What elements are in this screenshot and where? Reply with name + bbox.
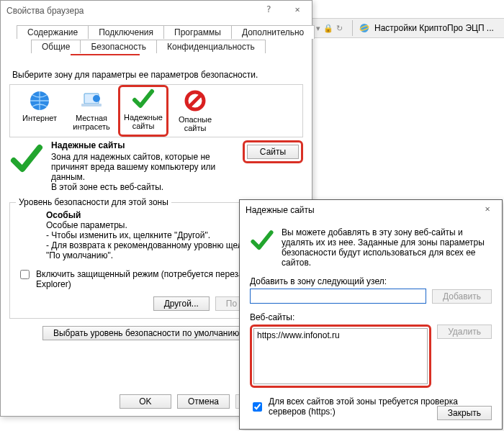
globe-icon: [28, 89, 51, 112]
dropdown-icon: ▾: [316, 24, 320, 33]
websites-label: Веб-сайты:: [250, 312, 492, 322]
custom-level-button[interactable]: Другой...: [153, 296, 210, 311]
zone-restricted[interactable]: Опасные сайты: [170, 88, 220, 134]
computer-icon: [80, 89, 103, 112]
svg-rect-4: [81, 104, 102, 106]
dialog2-title: Надежные сайты: [246, 205, 315, 215]
tab-security[interactable]: Безопасность: [80, 40, 157, 53]
check-icon: [132, 87, 155, 110]
ie-browser-tab[interactable]: Настройки КриптоПро ЭЦП ...: [353, 18, 500, 38]
svg-line-7: [189, 95, 201, 106]
zone-trusted[interactable]: Надежные сайты: [118, 85, 168, 137]
tab-privacy[interactable]: Конфиденциальность: [156, 40, 266, 53]
ie-toolbar: ▾ 🔒 ↻ Настройки КриптоПро ЭЦП ...: [306, 18, 504, 38]
close-button[interactable]: ✕: [473, 200, 502, 217]
add-site-label: Добавить в зону следующий узел:: [250, 276, 492, 286]
zone-intranet[interactable]: Местная интрасеть: [66, 88, 117, 134]
tabstrip: Содержание Подключения Программы Дополни…: [9, 25, 303, 55]
tab-programs[interactable]: Программы: [163, 25, 232, 39]
protected-mode-checkbox[interactable]: [20, 270, 30, 279]
add-button[interactable]: Добавить: [432, 289, 492, 304]
zone-internet[interactable]: Интернет: [14, 88, 65, 134]
check-icon: [250, 227, 274, 252]
active-tab-underline: [71, 54, 140, 55]
lock-icon: 🔒: [323, 24, 333, 33]
delete-button[interactable]: Удалить: [437, 325, 492, 339]
require-https-checkbox[interactable]: [253, 402, 262, 412]
trusted-zone-description: Надежные сайты Зона для надежных сайтов,…: [51, 140, 235, 192]
close-dialog-button[interactable]: Закрыть: [437, 406, 492, 420]
ok-button[interactable]: OK: [120, 394, 171, 409]
svg-point-5: [93, 95, 100, 102]
zone-list: Интернет Местная интрасеть Надежные сайт…: [9, 84, 303, 137]
nosign-icon: [184, 89, 207, 112]
sites-button[interactable]: Сайты: [247, 145, 299, 159]
cancel-button[interactable]: Отмена: [177, 394, 230, 409]
security-level-legend: Уровень безопасности для этой зоны: [16, 197, 171, 207]
dialog2-titlebar[interactable]: Надежные сайты ✕: [240, 200, 502, 220]
add-site-input[interactable]: [250, 289, 426, 304]
refresh-icon: ↻: [336, 24, 343, 33]
trusted-sites-intro: Вы можете добавлять в эту зону веб-сайты…: [282, 227, 492, 268]
websites-listbox[interactable]: https://www.infonot.ru: [253, 328, 428, 384]
website-item[interactable]: https://www.infonot.ru: [257, 330, 424, 340]
zone-instruction: Выберите зону для параметры ее параметро…: [12, 70, 303, 80]
websites-list-highlight: https://www.infonot.ru: [250, 325, 431, 388]
ie-tab-title: Настройки КриптоПро ЭЦП ...: [374, 23, 494, 33]
ie-logo-icon: [359, 22, 370, 34]
tab-advanced[interactable]: Дополнительно: [231, 25, 315, 39]
trusted-sites-dialog: Надежные сайты ✕ Вы можете добавлять в э…: [239, 199, 503, 430]
tab-content[interactable]: Содержание: [17, 25, 89, 39]
dialog1-title: Свойства браузера: [6, 6, 84, 16]
check-icon-large: [9, 140, 44, 175]
dialog1-titlebar[interactable]: Свойства браузера ? ✕: [1, 1, 312, 21]
tab-connections[interactable]: Подключения: [88, 25, 164, 39]
tab-general[interactable]: Общие: [31, 40, 81, 53]
sites-button-highlight: Сайты: [243, 140, 303, 163]
help-button[interactable]: ?: [254, 1, 283, 18]
close-button[interactable]: ✕: [283, 1, 312, 18]
